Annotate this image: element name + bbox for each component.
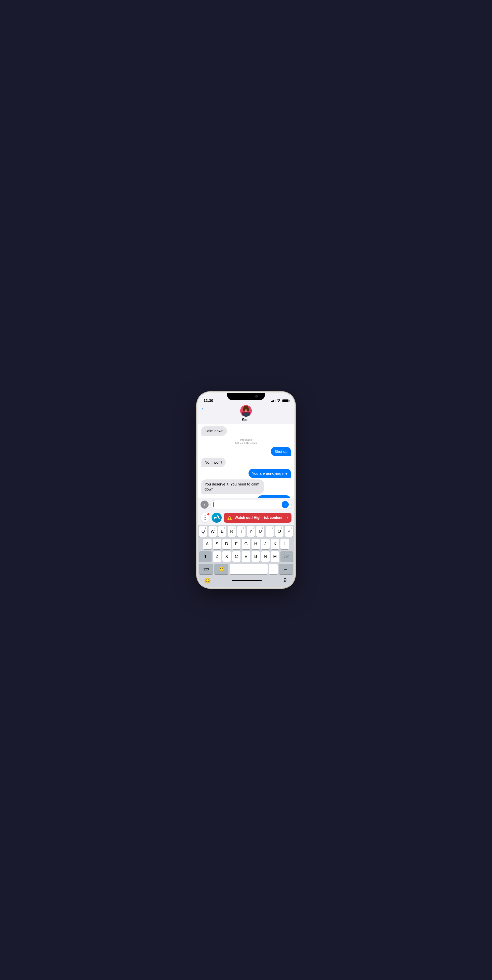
svg-point-8	[247, 409, 247, 410]
key-P[interactable]: 0P	[285, 526, 293, 537]
key-L[interactable]: L	[280, 539, 289, 549]
numbers-key[interactable]: 123	[199, 564, 213, 574]
keyboard: 1Q 2W 3E 4R 5T 6Y 7U 8I 9O 0P A S D F G …	[198, 525, 294, 587]
key-K[interactable]: K	[271, 539, 279, 549]
key-Y[interactable]: 6Y	[247, 526, 255, 537]
key-F[interactable]: F	[232, 539, 241, 549]
key-Z[interactable]: Z	[213, 551, 221, 562]
send-icon: ↑	[285, 503, 286, 507]
dots-icon	[205, 515, 205, 520]
contact-chevron-icon: ›	[249, 418, 250, 421]
key-M[interactable]: M	[271, 551, 279, 562]
key-A[interactable]: A	[203, 539, 212, 549]
back-button[interactable]: ‹	[202, 406, 203, 412]
key-S[interactable]: S	[213, 539, 221, 549]
signal-bars-icon	[271, 399, 275, 402]
message-bubble-annoying: You are annoying me	[248, 469, 291, 478]
contact-name-row[interactable]: Kim ›	[242, 417, 250, 422]
messages-area: Calm down iMessageSat 21 Sep, 12:29 Shut…	[198, 424, 294, 498]
keyboard-row-2: A S D F G H J K L	[199, 539, 293, 549]
avatar[interactable]	[240, 405, 252, 417]
key-G[interactable]: G	[242, 539, 250, 549]
notification-badge	[207, 513, 210, 515]
key-O[interactable]: 9O	[275, 526, 283, 537]
app-dots-button[interactable]	[201, 513, 210, 522]
alert-arrow-icon: ›	[287, 515, 288, 520]
message-bubble-enough: I've had enough	[257, 495, 291, 498]
keyboard-row-3: ⬆ Z X C V B N M ⌫	[199, 551, 293, 562]
message-bubble-deserve: You deserve it. You need to calm down	[201, 479, 264, 494]
status-icons	[271, 399, 288, 402]
shift-key[interactable]: ⬆	[199, 551, 212, 562]
alert-area: ⚠️ Watch out! High risk content ›	[198, 511, 294, 525]
text-cursor	[213, 502, 214, 507]
expand-icon: ›	[204, 503, 205, 507]
emoji-key[interactable]: 🙂	[214, 564, 228, 574]
key-N[interactable]: N	[261, 551, 269, 562]
warning-icon: ⚠️	[227, 515, 232, 520]
key-Q[interactable]: 1Q	[199, 526, 207, 537]
key-W[interactable]: 2W	[209, 526, 217, 537]
status-time: 12:30	[204, 398, 213, 402]
wifi-icon	[277, 399, 281, 402]
svg-point-6	[247, 407, 249, 412]
battery-icon	[282, 399, 288, 402]
emoji-bottom-icon[interactable]: 😊	[204, 578, 211, 584]
svg-point-7	[245, 409, 245, 410]
key-X[interactable]: X	[222, 551, 231, 562]
key-V[interactable]: V	[242, 551, 250, 562]
key-H[interactable]: H	[252, 539, 260, 549]
phone-frame: 12:30	[197, 392, 295, 588]
message-input[interactable]: ↑	[210, 500, 291, 509]
delete-key[interactable]: ⌫	[280, 551, 293, 562]
key-B[interactable]: B	[252, 551, 260, 562]
message-timestamp: iMessageSat 21 Sep, 12:29	[201, 438, 291, 444]
key-R[interactable]: 4R	[228, 526, 236, 537]
message-bubble-shut-up: Shut up	[271, 447, 291, 456]
key-E[interactable]: 3E	[218, 526, 226, 537]
contact-name: Kim	[242, 417, 248, 422]
camera	[255, 395, 258, 398]
key-J[interactable]: J	[261, 539, 270, 549]
keyboard-row-4: 123 🙂 . ↩	[199, 564, 293, 574]
alert-text: Watch out! High risk content	[235, 515, 282, 520]
period-key[interactable]: .	[269, 564, 278, 574]
nav-header: ‹	[198, 404, 294, 424]
alert-banner[interactable]: ⚠️ Watch out! High risk content ›	[224, 513, 291, 523]
microphone-icon[interactable]: 🎙	[282, 578, 288, 584]
return-key[interactable]: ↩	[279, 564, 293, 574]
key-U[interactable]: 7U	[256, 526, 264, 537]
message-bubble-calm-down: Calm down	[201, 426, 227, 436]
space-key[interactable]	[230, 564, 267, 574]
wave-app-logo[interactable]	[212, 512, 221, 523]
key-T[interactable]: 5T	[237, 526, 245, 537]
key-C[interactable]: C	[232, 551, 240, 562]
phone-screen: 12:30	[198, 393, 294, 587]
expand-button[interactable]: ›	[201, 501, 209, 509]
notch	[227, 393, 265, 400]
send-button[interactable]: ↑	[282, 501, 289, 508]
message-bubble-no-i-wont: No, I won't	[201, 458, 226, 467]
keyboard-row-1: 1Q 2W 3E 4R 5T 6Y 7U 8I 9O 0P	[199, 526, 293, 537]
keyboard-bottom: 😊 🎙	[199, 576, 293, 587]
home-indicator	[232, 580, 262, 581]
svg-point-5	[243, 407, 245, 412]
key-D[interactable]: D	[222, 539, 231, 549]
input-area: › ↑	[198, 498, 294, 511]
key-I[interactable]: 8I	[266, 526, 274, 537]
